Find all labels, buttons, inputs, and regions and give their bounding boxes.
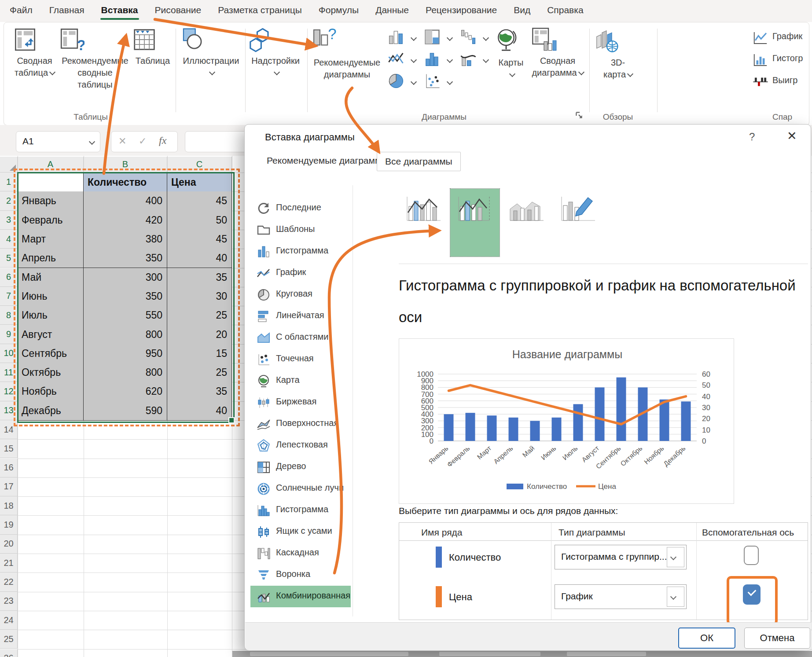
chevron-down-icon	[483, 35, 489, 41]
dropdown-caret-box[interactable]	[667, 547, 684, 567]
secondary-axis-checkbox-quantity[interactable]	[744, 546, 759, 565]
ribbon-tab-Вставка[interactable]: Вставка	[99, 4, 140, 19]
name-box-chevron-icon[interactable]	[89, 139, 95, 145]
row-header-21[interactable]: 21	[0, 554, 18, 573]
illustrations-button[interactable]: Иллюстрации	[179, 27, 243, 79]
chart-subtype-clustered-column-line-secondary-axis[interactable]	[450, 189, 500, 257]
chart-type-9-Карта[interactable]: Карта	[250, 370, 351, 392]
pivot-chart-button[interactable]: Сводная диаграмма	[531, 27, 584, 79]
illustrations-icon	[179, 27, 243, 52]
histogram-chart-icon	[257, 503, 271, 518]
insert-statistic-chart-button[interactable]	[424, 51, 455, 70]
chart-type-7-С областями[interactable]: С областями	[250, 327, 351, 349]
sparkline-1-button[interactable]: График	[749, 29, 812, 47]
row-header-24[interactable]: 24	[0, 611, 18, 630]
insert-waterfall-chart-button[interactable]	[460, 29, 491, 48]
name-box[interactable]: A1	[16, 131, 100, 152]
cancel-button[interactable]: Отмена	[744, 628, 810, 649]
row-header-18[interactable]: 18	[0, 496, 18, 515]
insert-scatter-chart-icon	[424, 73, 441, 89]
recommended-charts-button[interactable]: ? Рекомендуемые диаграммы	[311, 27, 383, 81]
maps-button[interactable]: Карты	[493, 27, 529, 81]
insert-column-chart-button[interactable]	[388, 29, 419, 48]
chart-type-12-Лепестковая[interactable]: Лепестковая	[250, 435, 351, 456]
addins-button[interactable]: Надстройки	[247, 27, 304, 79]
insert-pie-chart-icon	[388, 73, 404, 89]
ribbon-tab-Рецензирование[interactable]: Рецензирование	[424, 4, 499, 19]
map3d-button[interactable]: 3D- карта	[594, 27, 642, 81]
templates-icon	[257, 223, 271, 237]
chart-type-19-Комбинированная[interactable]: Комбинированная	[250, 586, 351, 607]
confirm-entry-icon[interactable]: ✓	[139, 136, 147, 147]
row-header-25[interactable]: 25	[0, 630, 18, 649]
pivot-table-button[interactable]: Сводная таблица	[14, 27, 55, 79]
chart-type-8-Точечная[interactable]: Точечная	[250, 349, 351, 370]
chart-type-13-Дерево[interactable]: Дерево	[250, 456, 351, 478]
ribbon-tab-Данные[interactable]: Данные	[374, 4, 411, 19]
chart-type-label: Каскадная	[276, 547, 319, 558]
treemap-chart-icon	[257, 460, 271, 474]
row-header-23[interactable]: 23	[0, 592, 18, 611]
scatter-chart-icon	[257, 352, 271, 367]
recommended-pivots-button[interactable]: ? Рекомендуемые сводные таблицы	[60, 27, 130, 91]
ok-button[interactable]: ОК	[678, 628, 735, 649]
ribbon-tab-Рисование[interactable]: Рисование	[153, 4, 203, 19]
ribbon-tab-Разметка страницы[interactable]: Разметка страницы	[216, 4, 304, 19]
chart-type-11-Поверхностная[interactable]: Поверхностная	[250, 413, 351, 435]
row-header-19[interactable]: 19	[0, 515, 18, 534]
row-header-22[interactable]: 22	[0, 573, 18, 591]
chart-type-dropdown-price[interactable]: График	[555, 584, 687, 609]
insert-combo-chart-icon	[460, 51, 477, 67]
series-col-secondary-axis: Вспомогательная ось	[702, 527, 794, 538]
chart-type-10-Биржевая[interactable]: Биржевая	[250, 392, 351, 413]
sparkline-2-button[interactable]: Гистогр	[749, 51, 812, 69]
chart-type-2-Шаблоны[interactable]: Шаблоны	[250, 219, 351, 241]
insert-line-chart-button[interactable]	[388, 51, 419, 70]
formula-input[interactable]	[185, 131, 248, 152]
chart-type-17-Каскадная[interactable]: Каскадная	[250, 543, 351, 564]
charts-dialog-launcher-icon[interactable]	[574, 110, 584, 120]
chart-type-label: Последние	[276, 202, 321, 213]
insert-combo-chart-button[interactable]	[460, 51, 491, 70]
row-header-20[interactable]: 20	[0, 535, 18, 554]
ribbon-tab-Вид[interactable]: Вид	[512, 4, 532, 19]
svg-text:30: 30	[702, 404, 710, 412]
chevron-down-icon	[447, 79, 453, 85]
cancel-entry-icon[interactable]: ✕	[118, 136, 126, 147]
chart-type-5-Круговая[interactable]: Круговая	[250, 284, 351, 305]
tab-all-charts[interactable]: Все диаграммы	[377, 152, 461, 171]
close-icon[interactable]: ✕	[787, 129, 797, 143]
chart-type-1-Последние[interactable]: Последние	[250, 198, 351, 219]
help-icon[interactable]: ?	[749, 131, 755, 143]
ribbon-tab-Справка[interactable]: Справка	[545, 4, 585, 19]
chart-type-4-График[interactable]: График	[250, 262, 351, 284]
dropdown-caret-box[interactable]	[667, 587, 684, 607]
row-header-15[interactable]: 15	[0, 439, 18, 458]
chart-type-18-Воронка[interactable]: Воронка	[250, 564, 351, 586]
horizontal-scrollbar-strip[interactable]	[232, 651, 812, 657]
row-header-16[interactable]: 16	[0, 459, 18, 477]
tab-recommended-charts[interactable]: Рекомендуемые диаграммы	[267, 155, 388, 166]
insert-scatter-chart-button[interactable]	[424, 73, 455, 92]
chart-type-3-Гистограмма[interactable]: Гистограмма	[250, 241, 351, 262]
ribbon-tab-Файл[interactable]: Файл	[8, 4, 34, 19]
row-header-17[interactable]: 17	[0, 477, 18, 496]
chart-subtype-clustered-column-line[interactable]	[399, 189, 448, 257]
insert-pie-chart-button[interactable]	[388, 73, 419, 92]
chart-type-label: Гистограмма	[276, 504, 328, 514]
ribbon-tab-Формулы[interactable]: Формулы	[317, 4, 360, 19]
insert-hierarchy-chart-button[interactable]	[424, 29, 455, 48]
chart-type-16-Ящик с усами[interactable]: Ящик с усами	[250, 521, 351, 543]
chart-subtype-stacked-area-clustered-column[interactable]	[502, 189, 551, 257]
chart-type-14-Солнечные лучи[interactable]: Солнечные лучи	[250, 478, 351, 499]
chart-type-dropdown-quantity[interactable]: Гистограмма с группир...	[555, 545, 687, 569]
sparkline-3-button[interactable]: Выигр	[749, 73, 812, 91]
chart-type-6-Линейчатая[interactable]: Линейчатая	[250, 305, 351, 327]
fill-handle[interactable]	[228, 417, 235, 423]
chart-subtype-custom-combination[interactable]	[553, 189, 603, 257]
insert-function-icon[interactable]: fx	[159, 135, 166, 147]
row-header-26[interactable]: 26	[0, 649, 18, 657]
insert-table-button[interactable]: Таблица	[132, 27, 173, 67]
chart-type-15-Гистограмма[interactable]: Гистограмма	[250, 499, 351, 521]
ribbon-tab-Главная[interactable]: Главная	[48, 4, 86, 19]
